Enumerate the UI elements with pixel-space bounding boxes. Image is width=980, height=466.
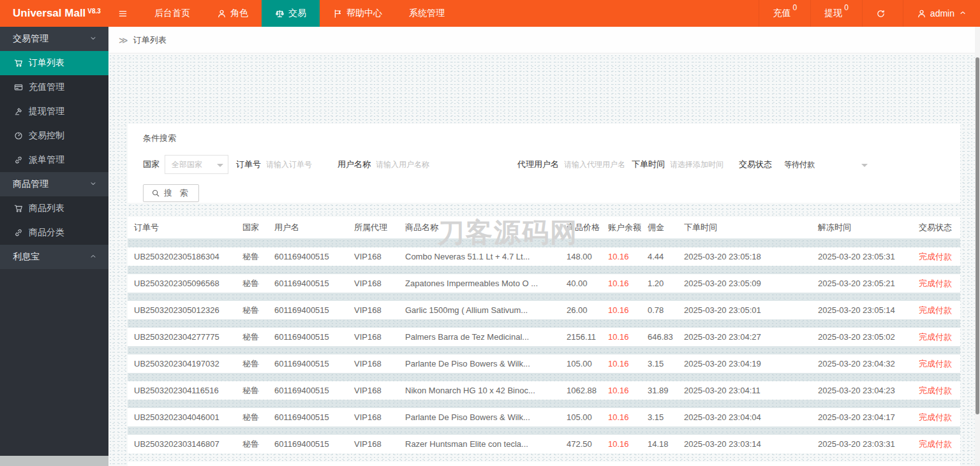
column-header-3: 所属代理 xyxy=(348,217,399,238)
topnav-item-1[interactable]: 角色 xyxy=(204,0,262,27)
status-badge: 完成付款 xyxy=(912,354,960,373)
sidebar-item-1-0[interactable]: 商品列表 xyxy=(0,196,108,221)
sidebar-item-0-2[interactable]: 提现管理 xyxy=(0,99,108,124)
cell-username: 601169400515 xyxy=(268,354,348,373)
order-no-input[interactable] xyxy=(266,155,330,174)
cell-balance: 10.16 xyxy=(602,247,641,266)
cart-icon xyxy=(14,59,23,68)
cell-order-no: UB2503202305186304 xyxy=(128,247,236,266)
sidebar-item-1-1[interactable]: 商品分类 xyxy=(0,221,108,245)
table-row[interactable]: UB2503202304116516秘鲁601169400515VIP168Ni… xyxy=(128,381,960,400)
topnav-item-label: 帮助中心 xyxy=(346,8,382,19)
sidebar-footer xyxy=(0,456,108,466)
sidebar-group-2[interactable]: 利息宝 xyxy=(0,245,108,269)
sidebar-item-0-1[interactable]: 充值管理 xyxy=(0,75,108,99)
table-row[interactable]: UB2503202304046001秘鲁601169400515VIP168Pa… xyxy=(128,408,960,426)
cell-balance: 10.16 xyxy=(602,354,641,373)
cell-price: 40.00 xyxy=(560,274,602,293)
sidebar-group-label: 商品管理 xyxy=(13,178,48,190)
filter-agent: 代理用户名 xyxy=(517,155,628,174)
cell-agent: VIP168 xyxy=(348,301,399,319)
card-icon xyxy=(14,83,23,92)
cell-commission: 3.15 xyxy=(641,408,678,426)
cell-order-time: 2025-03-20 23:04:04 xyxy=(678,408,812,426)
cell-product-name: Parlante De Piso Bowers & Wilk... xyxy=(399,354,560,373)
cell-balance: 10.16 xyxy=(602,435,641,453)
link-icon xyxy=(14,228,23,237)
country-label: 国家 xyxy=(143,159,160,170)
table-row[interactable]: UB2503202304197032秘鲁601169400515VIP168Pa… xyxy=(128,354,960,373)
topnav-items: 后台首页角色交易帮助中心系统管理 xyxy=(141,0,458,27)
cell-agent: VIP168 xyxy=(348,408,399,426)
cell-product-name: Zapatones Impermeables Moto O ... xyxy=(399,274,560,293)
site-watermark: 刀客源码网 xyxy=(438,215,578,251)
content-area: 条件搜索 国家 全部国家 订单号 用户名称 代理用户名 xyxy=(108,54,975,466)
sidebar-item-label: 提现管理 xyxy=(29,106,64,117)
sidebar-item-0-3[interactable]: 交易控制 xyxy=(0,124,108,148)
withdraw-badge: 0 xyxy=(844,3,849,12)
sidebar-item-label: 商品列表 xyxy=(29,203,64,214)
recharge-badge: 0 xyxy=(792,3,797,12)
topnav-item-2[interactable]: 交易 xyxy=(262,0,320,27)
cell-unfreeze-time: 2025-03-20 23:05:14 xyxy=(812,301,912,319)
order-no-label: 订单号 xyxy=(236,159,261,170)
country-select-value: 全部国家 xyxy=(172,159,202,170)
column-header-7: 佣金 xyxy=(641,217,678,238)
table-row[interactable]: UB2503202305012326秘鲁601169400515VIP168Ga… xyxy=(128,301,960,319)
topnav-item-4[interactable]: 系统管理 xyxy=(396,0,458,27)
order-time-label: 下单时间 xyxy=(632,159,665,170)
cell-unfreeze-time: 2025-03-20 23:05:21 xyxy=(812,274,912,293)
cell-commission: 0.78 xyxy=(641,301,678,319)
cell-country: 秘鲁 xyxy=(236,408,268,426)
sidebar-collapse-button[interactable] xyxy=(108,0,141,27)
column-header-2: 用户名 xyxy=(268,217,348,238)
cell-unfreeze-time: 2025-03-20 23:04:23 xyxy=(812,381,912,400)
cell-unfreeze-time: 2025-03-20 23:04:17 xyxy=(812,408,912,426)
cell-order-no: UB2503202305012326 xyxy=(128,301,236,319)
sidebar-group-1[interactable]: 商品管理 xyxy=(0,172,108,196)
cell-balance: 10.16 xyxy=(602,328,641,346)
username-input[interactable] xyxy=(376,155,471,174)
vertical-scrollbar[interactable] xyxy=(975,27,980,466)
cell-unfreeze-time: 2025-03-20 23:04:32 xyxy=(812,354,912,373)
table-row[interactable]: UB2503202305096568秘鲁601169400515VIP168Za… xyxy=(128,274,960,293)
cell-agent: VIP168 xyxy=(348,435,399,453)
chevron-down-icon xyxy=(89,180,97,187)
topnav-item-label: 系统管理 xyxy=(409,8,445,19)
sidebar-item-label: 商品分类 xyxy=(29,227,64,238)
status-badge: 完成付款 xyxy=(912,274,960,293)
cell-order-time: 2025-03-20 23:05:09 xyxy=(678,274,812,293)
sidebar-item-0-0[interactable]: 订单列表 xyxy=(0,51,108,75)
cell-balance: 10.16 xyxy=(602,301,641,319)
cell-country: 秘鲁 xyxy=(236,328,268,346)
table-row[interactable]: UB2503202304277775秘鲁601169400515VIP168Pa… xyxy=(128,328,960,346)
order-time-input[interactable] xyxy=(670,155,734,174)
status-badge: 完成付款 xyxy=(912,301,960,319)
recharge-button[interactable]: 充值 0 xyxy=(759,0,810,27)
withdraw-button[interactable]: 提现 0 xyxy=(810,0,862,27)
status-select[interactable]: 等待付款 xyxy=(777,155,873,174)
cell-order-time: 2025-03-20 23:04:19 xyxy=(678,354,812,373)
topnav-item-0[interactable]: 后台首页 xyxy=(141,0,204,27)
search-panel: 条件搜索 国家 全部国家 订单号 用户名称 代理用户名 xyxy=(128,124,960,203)
topnav-item-3[interactable]: 帮助中心 xyxy=(320,0,396,27)
user-menu[interactable]: admin xyxy=(903,0,980,27)
table-row[interactable]: UB2503202303146807秘鲁601169400515VIP168Ra… xyxy=(128,435,960,453)
table-body: UB2503202305186304秘鲁601169400515VIP168Co… xyxy=(128,239,960,453)
status-badge: 完成付款 xyxy=(912,328,960,346)
flag-icon xyxy=(333,9,343,18)
agent-input[interactable] xyxy=(564,155,628,174)
chevron-down-icon xyxy=(217,164,223,167)
cell-username: 601169400515 xyxy=(268,381,348,400)
sidebar-group-0[interactable]: 交易管理 xyxy=(0,27,108,51)
app-version: V8.3 xyxy=(87,8,101,15)
country-select[interactable]: 全部国家 xyxy=(165,155,228,174)
scrollbar-thumb[interactable] xyxy=(976,57,979,414)
sidebar-item-0-4[interactable]: 派单管理 xyxy=(0,148,108,172)
refresh-button[interactable] xyxy=(862,0,903,27)
cell-price: 26.00 xyxy=(560,301,602,319)
topnav-item-label: 交易 xyxy=(288,8,306,19)
cell-username: 601169400515 xyxy=(268,247,348,266)
search-button[interactable]: 搜 索 xyxy=(143,184,199,202)
recharge-label: 充值 xyxy=(773,8,791,19)
